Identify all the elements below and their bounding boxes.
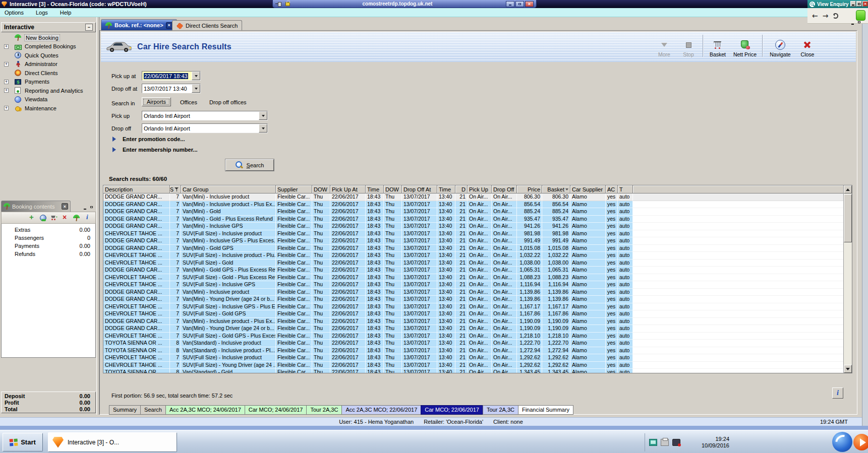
taskbar-task-interactive[interactable]: Interactive [3] - O... [48,432,177,452]
restore-icon[interactable] [858,21,860,23]
bottom-tab-car-mco-24-06-2017[interactable]: Car MCO; 24/06/2017 [245,405,307,415]
column-header-s-1[interactable]: S [170,185,181,193]
update-icon[interactable] [853,434,868,450]
close-button[interactable]: Close [795,33,820,59]
column-header-drop-off-at-8[interactable]: Drop Off At [402,185,437,193]
chevron-down-icon[interactable] [192,84,200,93]
scrollbar-thumb[interactable] [844,194,852,242]
column-header-filler[interactable] [633,185,844,193]
column-header-dow-7[interactable]: DOW [384,185,402,193]
table-row[interactable]: TOYOTA SIENNA OR ...8Van(Standard) - Inc… [103,340,843,347]
bottom-tab-tour-2a-3c[interactable]: Tour 2A,3C [483,405,518,415]
column-header-description-0[interactable]: Description [103,185,170,193]
forward-icon[interactable]: → [823,12,829,19]
booking-contents-row[interactable]: Extras0.00 [2,226,95,234]
expand-icon[interactable] [4,88,9,93]
nett-price-button[interactable]: Nett Price [730,33,760,59]
table-row[interactable]: TOYOTA SIENNA OR ...8Van(Standard) - Inc… [103,347,843,355]
table-row[interactable]: DODGE GRAND CAR...7Van(Mini) - GoldFlexi… [103,208,843,216]
info-button[interactable] [832,387,843,399]
rdp-minimize-button[interactable] [506,1,514,7]
column-header-basket-14[interactable]: Basket [542,185,570,193]
basket-button[interactable]: Basket [706,33,730,59]
table-row[interactable]: CHEVROLET TAHOE ...7SUV(Full Size) - Gol… [103,310,843,318]
column-header-time-6[interactable]: Time [366,185,384,193]
info-icon[interactable] [84,215,91,221]
column-header-car-supplier-15[interactable]: Car Supplier [570,185,606,193]
printer-icon[interactable] [661,439,669,446]
column-header-time-9[interactable]: Time [437,185,455,193]
minimize-icon[interactable] [84,209,86,210]
booking-contents-tab[interactable]: Booking contents [1,201,71,212]
table-row[interactable]: DODGE GRAND CAR...7Van(Mini) - Gold GPS … [103,267,843,274]
dropoff-at-field[interactable]: 13/07/2017 13:40 [142,84,201,93]
menu-item-help[interactable]: Help [60,10,72,16]
refresh-icon[interactable] [833,13,838,19]
column-header-car-group-2[interactable]: Car Group [181,185,276,193]
go-button[interactable] [856,10,865,21]
transfer-icon[interactable] [51,215,57,221]
table-row[interactable]: DODGE GRAND CAR...7Van(Mini) - Gold GPSF… [103,245,843,252]
rdp-close-button[interactable]: × [525,1,534,7]
search-in-tab-offices[interactable]: Offices [177,98,200,106]
table-row[interactable]: DODGE GRAND CAR...7Van(Mini) - Inclusive… [103,193,843,201]
table-row[interactable]: DODGE GRAND CAR...7Van(Mini) - Young Dri… [103,296,843,303]
booking-contents-row[interactable]: Refunds0.00 [2,250,95,258]
table-row[interactable]: CHEVROLET TAHOE ...7SUV(Full Size) - Gol… [103,333,843,340]
delete-icon[interactable] [62,215,69,221]
sidebar-item-reporting-and-analytics[interactable]: Reporting and Analytics [1,86,96,95]
expand-icon[interactable] [4,44,9,49]
table-row[interactable]: DODGE GRAND CAR...7Van(Mini) - Inclusive… [103,318,843,326]
table-row[interactable]: CHEVROLET TAHOE ...7SUV(Full Size) - Inc… [103,354,843,362]
sidebar-item-administrator[interactable]: Administrator [1,60,96,69]
table-row[interactable]: CHEVROLET TAHOE ...7SUV(Full Size) - Inc… [103,230,843,238]
column-header-t-17[interactable]: T [618,185,633,193]
menu-item-options[interactable]: Options [5,10,24,16]
table-row[interactable]: TOYOTA SIENNA OR ...8Van(Standard) - Gol… [103,369,843,373]
expand-icon[interactable] [4,62,9,67]
tab-booking-ref[interactable]: Book. ref.: <none> [101,19,177,31]
navigate-button[interactable]: Navigate [765,33,795,59]
bottom-tab-acc-2a-3c-mco-22-06-2017[interactable]: Acc 2A,3C MCO; 22/06/2017 [341,405,421,415]
expand-icon[interactable] [4,106,9,110]
column-header-drop-off-12[interactable]: Drop Off [492,185,517,193]
table-row[interactable]: CHEVROLET TAHOE ...7SUV(Full Size) - You… [103,362,843,369]
close-icon[interactable] [62,203,68,210]
sidebar-item-completed-bookings[interactable]: Completed Bookings [1,42,96,51]
pin-icon[interactable] [275,2,282,6]
tray-clock[interactable]: 19:24 10/09/2016 [702,436,731,449]
sidebar-item-direct-clients[interactable]: Direct Clients [1,69,96,78]
sidebar-item-new-booking[interactable]: New Booking [1,33,96,42]
back-icon[interactable]: ← [812,12,818,19]
filter-icon[interactable] [175,187,179,191]
column-header-d-10[interactable]: D [455,185,468,193]
table-row[interactable]: DODGE GRAND CAR...7Van(Mini) - Inclusive… [103,237,843,245]
bottom-tab-acc-2a-3c-mco-24-06-2017[interactable]: Acc 2A,3C MCO; 24/06/2017 [165,405,245,415]
rdp-restore-button[interactable] [515,1,524,7]
restore-icon[interactable] [90,206,93,208]
browser-logo-icon[interactable] [832,432,852,452]
column-header-dow-4[interactable]: DOW [312,185,330,193]
table-row[interactable]: DODGE GRAND CAR...7Van(Mini) - Inclusive… [103,223,843,230]
palm-icon[interactable] [73,215,80,221]
bottom-tab-tour-2a-3c[interactable]: Tour 2A,3C [306,405,342,415]
column-header-pick-up-at-5[interactable]: Pick Up At [330,185,366,193]
column-header-price-13[interactable]: Price [517,185,542,193]
column-header-pick-up-11[interactable]: Pick Up [468,185,492,193]
search-in-tab-airports[interactable]: Airports [142,97,171,106]
collapse-icon[interactable] [85,24,93,31]
pickup-at-value[interactable]: 22/06/2017 18:43 [144,73,188,79]
start-button[interactable]: Start [3,433,43,451]
quote-icon[interactable] [40,215,46,221]
search-button[interactable]: Search [225,159,274,171]
sidebar-item-viewdata[interactable]: Viewdata [1,95,96,104]
tab-direct-clients-search[interactable]: Direct Clients Search [172,20,242,31]
table-row[interactable]: DODGE GRAND CAR...7Van(Mini) - Gold - Pl… [103,216,843,223]
promotion-code-expander[interactable]: Enter promotion code... [111,136,185,142]
table-row[interactable]: CHEVROLET TAHOE ...7SUV(Full Size) - Inc… [103,252,843,260]
pickup-value[interactable]: Orlando Intl Airport [142,113,259,119]
scroll-down-icon[interactable] [844,365,852,373]
bottom-tab-summary[interactable]: Summary [109,405,141,415]
dropoff-value[interactable]: Orlando Intl Airport [142,125,259,132]
table-row[interactable]: DODGE GRAND CAR...7Van(Mini) - Young Dri… [103,325,843,333]
